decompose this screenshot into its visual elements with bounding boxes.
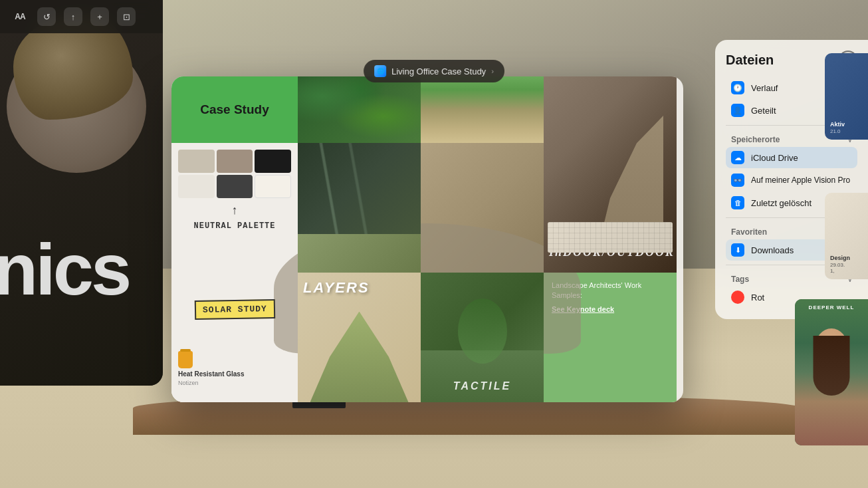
green-wall-photo	[298, 76, 421, 143]
layers-photo: LAYERS	[298, 273, 421, 402]
main-content-window: Case Study InDOOR/OUTDOOR	[171, 76, 683, 402]
neutral-palette-label: NEUTRAL PALETTE	[193, 221, 275, 231]
tags-heading-text: Tags	[731, 275, 749, 284]
breadcrumb[interactable]: 🌐 Living Office Case Study ›	[364, 60, 504, 82]
glass-building-photo	[298, 143, 421, 273]
left-safari-panel: nics AA ↺ ↑ + ⊡	[0, 0, 163, 386]
aktiv-card[interactable]: Aktiv 21.0	[825, 53, 868, 140]
downloads-icon: ⬇	[731, 243, 744, 257]
tactile-label: TACTILE	[453, 380, 511, 392]
icloud-label: iCloud Drive	[751, 153, 798, 163]
icloud-drive-item[interactable]: ☁ iCloud Drive	[726, 147, 857, 168]
solar-study-label: SOLAR STUDY	[194, 299, 274, 319]
layers-label: LAYERS	[303, 279, 370, 297]
tabs-button[interactable]: ⊡	[117, 7, 136, 26]
chevron-icon: ›	[491, 67, 494, 75]
person-image: DEEPER WELL	[795, 299, 868, 445]
device-item[interactable]: 👓 Auf meiner Apple Vision Pro	[726, 170, 857, 191]
green-interior-photo: TACTILE	[421, 273, 544, 402]
reload-button[interactable]: ↺	[37, 7, 56, 26]
safari-toolbar: AA ↺ ↑ + ⊡	[0, 0, 163, 33]
partial-text: nics	[0, 233, 129, 306]
history-icon: 🕐	[731, 81, 744, 94]
aktiv-date: 21.0	[830, 128, 841, 134]
favorites-heading-text: Favoriten	[731, 227, 767, 237]
add-tab-button[interactable]: +	[90, 7, 109, 26]
content-grid: Case Study InDOOR/OUTDOOR	[171, 76, 683, 402]
storage-heading-text: Speicherorte	[731, 135, 780, 144]
design-date: 29.03.	[830, 262, 845, 268]
site-icon: 🌐	[374, 65, 386, 77]
note-title: Heat Resistant Glass	[178, 370, 291, 378]
case-study-header: Case Study	[171, 76, 298, 143]
design-sub: 1,	[830, 268, 835, 274]
share-button[interactable]: ↑	[64, 7, 82, 26]
design-label: Design	[830, 255, 850, 262]
shared-icon: 👤	[731, 104, 744, 117]
icloud-icon: ☁	[731, 151, 744, 164]
rot-label: Rot	[751, 293, 764, 303]
downloads-label: Downloads	[751, 245, 794, 255]
note-cell[interactable]: Heat Resistant Glass Notizen	[171, 346, 298, 402]
red-dot-icon	[731, 291, 744, 304]
breadcrumb-text: Living Office Case Study	[391, 66, 486, 76]
history-label: Verlauf	[751, 83, 778, 93]
deeper-well-title: DEEPER WELL	[809, 305, 855, 310]
vision-pro-icon: 👓	[731, 174, 744, 187]
outdoor-photo	[421, 76, 544, 143]
device-label: Auf meiner Apple Vision Pro	[751, 176, 850, 185]
trash-label: Zuletzt gelöscht	[751, 198, 812, 208]
aa-button[interactable]: AA	[11, 7, 29, 26]
aktiv-label: Aktiv	[830, 121, 845, 128]
shared-label: Geteilt	[751, 106, 776, 116]
trash-icon: 🗑	[731, 196, 744, 209]
video-card[interactable]: DEEPER WELL	[795, 299, 868, 445]
note-subtitle: Notizen	[178, 380, 291, 386]
design-card[interactable]: Design 29.03. 1,	[825, 193, 868, 279]
case-study-label: Case Study	[200, 102, 269, 117]
files-panel-title: Dateien	[726, 53, 774, 68]
neutral-palette-cell: ↑ NEUTRAL PALETTE	[171, 143, 298, 273]
